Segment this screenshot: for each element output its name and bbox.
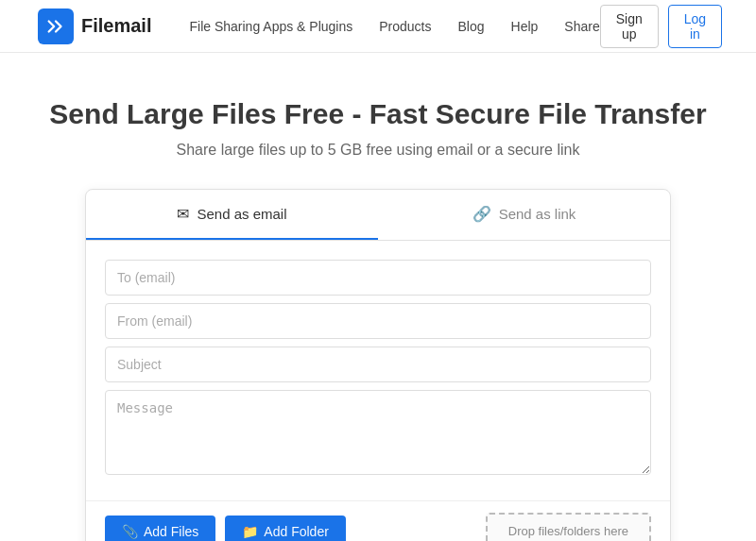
tab-link-label: Send as link [499, 206, 576, 222]
tab-email-label: Send as email [197, 206, 286, 222]
header: Filemail File Sharing Apps & Plugins Pro… [0, 0, 756, 53]
subject-input[interactable] [105, 347, 651, 382]
hero-title: Send Large Files Free - Fast Secure File… [19, 98, 737, 130]
add-files-button[interactable]: 📎 Add Files [105, 516, 215, 542]
nav-help[interactable]: Help [511, 19, 539, 34]
form-area [86, 241, 670, 500]
logo-icon [38, 8, 74, 44]
email-tab-icon: ✉ [177, 205, 189, 223]
nav-products[interactable]: Products [379, 19, 431, 34]
nav-file-sharing[interactable]: File Sharing Apps & Plugins [189, 19, 352, 34]
main-nav: File Sharing Apps & Plugins Products Blo… [189, 19, 599, 34]
bottom-bar: 📎 Add Files 📁 Add Folder Drop files/fold… [86, 500, 670, 541]
add-files-label: Add Files [144, 524, 198, 539]
card-wrapper: ✉ Send as email 🔗 Send as link 📎 Add Fil… [66, 189, 690, 541]
tab-bar: ✉ Send as email 🔗 Send as link [86, 190, 670, 241]
hero-section: Send Large Files Free - Fast Secure File… [0, 53, 756, 189]
add-folder-label: Add Folder [264, 524, 328, 539]
login-button[interactable]: Log in [668, 5, 722, 48]
to-email-input[interactable] [105, 260, 651, 296]
nav-blog[interactable]: Blog [458, 19, 485, 34]
logo[interactable]: Filemail [38, 8, 151, 44]
main-card: ✉ Send as email 🔗 Send as link 📎 Add Fil… [85, 189, 671, 541]
folder-icon: 📁 [242, 524, 258, 539]
drop-zone[interactable]: Drop files/folders here [486, 513, 651, 541]
tab-link[interactable]: 🔗 Send as link [378, 190, 670, 240]
nav-share[interactable]: Share [564, 19, 599, 34]
paperclip-icon: 📎 [122, 524, 138, 539]
bottom-bar-left: 📎 Add Files 📁 Add Folder [105, 516, 346, 542]
add-folder-button[interactable]: 📁 Add Folder [225, 516, 345, 542]
message-input[interactable] [105, 390, 651, 475]
link-tab-icon: 🔗 [472, 205, 491, 223]
hero-subtitle: Share large files up to 5 GB free using … [19, 142, 737, 159]
logo-text: Filemail [81, 15, 151, 37]
tab-email[interactable]: ✉ Send as email [86, 190, 378, 240]
header-actions: Sign up Log in [600, 5, 722, 48]
signup-button[interactable]: Sign up [600, 5, 659, 48]
from-email-input[interactable] [105, 303, 651, 339]
drop-zone-label: Drop files/folders here [508, 524, 628, 538]
